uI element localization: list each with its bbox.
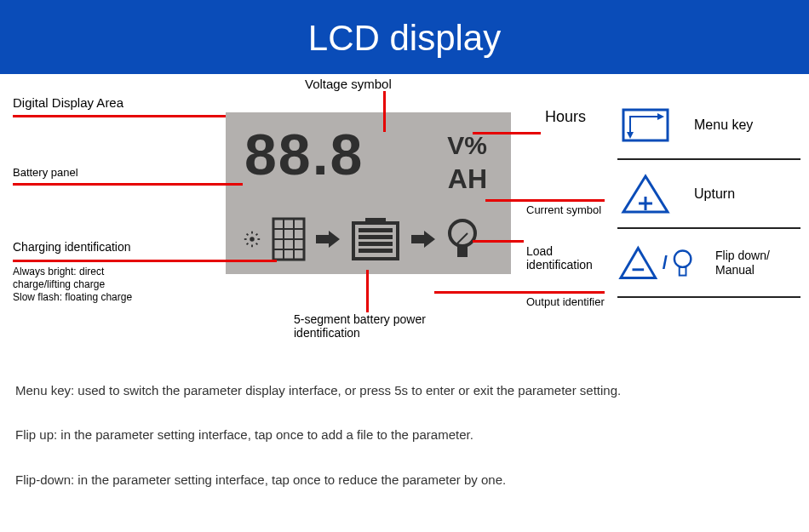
svg-rect-18 <box>359 228 393 232</box>
label-voltage-symbol: Voltage symbol <box>305 77 392 91</box>
bulb-icon <box>671 247 694 279</box>
label-output-id: Output identifier <box>526 295 605 308</box>
svg-marker-22 <box>411 231 435 248</box>
label-charging-note2: Slow flash: floating charge <box>13 291 145 304</box>
svg-marker-27 <box>657 113 664 120</box>
menu-key-label: Menu key <box>694 117 753 133</box>
solar-panel-icon <box>272 217 306 261</box>
header-banner: LCD display <box>0 0 809 74</box>
svg-rect-24 <box>457 247 468 257</box>
desc-flip-up: Flip up: in the parameter setting interf… <box>15 426 794 445</box>
menu-key-row: Menu key <box>617 91 800 160</box>
svg-marker-28 <box>627 132 634 139</box>
svg-line-25 <box>457 233 468 243</box>
lcd-screen: 88.8 V% AH <box>226 112 511 274</box>
arrow-right-icon <box>411 229 435 249</box>
svg-point-23 <box>450 220 475 246</box>
descriptions: Menu key: used to switch the parameter d… <box>0 364 809 533</box>
svg-line-6 <box>256 243 258 245</box>
label-digital-display: Digital Display Area <box>13 95 123 110</box>
digit-display: 88.8 <box>244 121 364 187</box>
flip-down-icon: / <box>617 239 694 286</box>
desc-menu-key: Menu key: used to switch the parameter d… <box>15 381 794 401</box>
callout-line <box>485 199 605 202</box>
sun-icon <box>243 230 261 249</box>
svg-line-8 <box>256 234 258 236</box>
svg-rect-19 <box>359 235 393 239</box>
svg-marker-32 <box>621 248 656 277</box>
callout-line <box>13 115 226 117</box>
callout-line <box>366 270 369 312</box>
battery-icon <box>350 218 401 260</box>
lightbulb-icon <box>445 218 479 260</box>
desc-flip-down: Flip-down: in the parameter setting inte… <box>15 471 794 490</box>
callout-line <box>473 240 524 243</box>
svg-point-34 <box>674 250 691 266</box>
callout-line <box>434 291 605 294</box>
upturn-label: Upturn <box>694 186 735 202</box>
label-hours: Hours <box>545 108 586 126</box>
amp-hour-symbol: AH <box>448 163 487 195</box>
menu-key-icon <box>617 101 673 148</box>
diagram-area: 88.8 V% AH Digital Display Area Voltage … <box>0 74 809 398</box>
svg-rect-20 <box>359 242 393 246</box>
svg-rect-35 <box>679 266 686 275</box>
svg-marker-15 <box>316 231 340 248</box>
label-charging-note1: Always bright: direct charge/lifting cha… <box>13 266 145 291</box>
arrow-right-icon <box>316 229 340 249</box>
callout-line <box>383 91 386 132</box>
svg-line-5 <box>247 234 249 236</box>
flip-down-label: Flip down/ Manual <box>715 249 800 277</box>
svg-point-0 <box>250 237 255 242</box>
flip-down-row: / Flip down/ Manual <box>617 229 800 298</box>
callout-line <box>13 183 243 186</box>
label-battery-panel: Battery panel <box>13 166 78 179</box>
label-current-symbol: Current symbol <box>526 203 601 216</box>
upturn-row: Upturn <box>617 160 800 229</box>
callout-line <box>473 132 541 134</box>
header-title: LCD display <box>308 18 501 58</box>
button-legend: Menu key Upturn / Flip down/ Manual <box>617 91 800 298</box>
upturn-icon <box>617 170 673 217</box>
label-segment: 5-segment battery power identification <box>294 312 464 340</box>
lcd-icon-row <box>243 217 479 261</box>
label-charging-id: Charging identification <box>13 240 145 254</box>
callout-line <box>13 260 277 262</box>
svg-line-7 <box>247 243 249 245</box>
voltage-percent-symbol: V% <box>447 131 487 160</box>
svg-rect-21 <box>359 249 393 253</box>
label-load-id: Load identification <box>526 244 611 272</box>
